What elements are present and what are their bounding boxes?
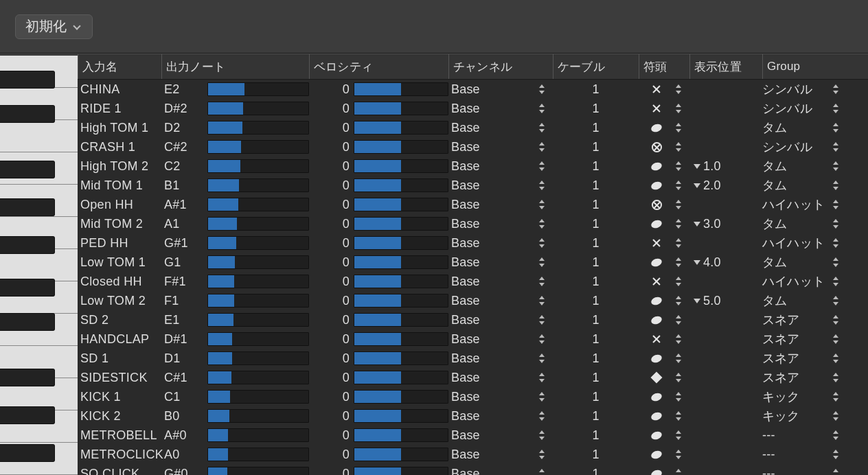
- group-stepper[interactable]: [832, 80, 847, 99]
- input-name-cell[interactable]: METROCLICK: [78, 445, 161, 464]
- velocity-slider[interactable]: [354, 140, 448, 154]
- header-notehead[interactable]: 符頭: [639, 54, 689, 79]
- output-note-cell[interactable]: F1: [161, 291, 206, 310]
- velocity-value-cell[interactable]: 0: [309, 118, 352, 137]
- velocity-slider[interactable]: [354, 217, 448, 231]
- velocity-bar-cell[interactable]: [352, 329, 448, 349]
- output-note-slider[interactable]: [207, 236, 309, 250]
- input-name-cell[interactable]: Mid TOM 1: [78, 176, 161, 195]
- output-note-bar-cell[interactable]: [206, 368, 309, 387]
- velocity-value-cell[interactable]: 0: [309, 426, 352, 445]
- velocity-bar-cell[interactable]: [352, 99, 448, 118]
- group-cell[interactable]: キック: [760, 406, 832, 426]
- group-stepper[interactable]: [832, 349, 847, 368]
- cable-cell[interactable]: 1: [553, 272, 639, 291]
- group-stepper[interactable]: [832, 291, 847, 310]
- velocity-slider[interactable]: [354, 428, 448, 442]
- velocity-slider[interactable]: [354, 275, 448, 288]
- output-note-bar-cell[interactable]: [206, 445, 309, 464]
- group-cell[interactable]: ハイハット: [760, 233, 832, 253]
- output-note-cell[interactable]: C#1: [161, 368, 206, 387]
- velocity-value-cell[interactable]: 0: [309, 464, 352, 475]
- input-name-cell[interactable]: Open HH: [78, 195, 161, 214]
- velocity-bar-cell[interactable]: [352, 80, 448, 99]
- velocity-bar-cell[interactable]: [352, 310, 448, 329]
- position-cell[interactable]: 5.0: [689, 291, 760, 310]
- output-note-cell[interactable]: E2: [161, 80, 206, 99]
- position-cell[interactable]: [689, 99, 760, 118]
- input-name-cell[interactable]: KICK 1: [78, 387, 161, 406]
- group-cell[interactable]: キック: [760, 387, 832, 406]
- velocity-slider[interactable]: [354, 390, 448, 404]
- output-note-bar-cell[interactable]: [206, 272, 309, 291]
- input-name-cell[interactable]: RIDE 1: [78, 99, 161, 118]
- header-channel[interactable]: チャンネル: [448, 54, 553, 79]
- notehead-cell[interactable]: [639, 99, 674, 118]
- notehead-cell[interactable]: [639, 464, 674, 475]
- channel-stepper[interactable]: [538, 387, 553, 406]
- notehead-cell[interactable]: [639, 195, 674, 214]
- preset-dropdown[interactable]: 初期化: [15, 14, 93, 39]
- cable-cell[interactable]: 1: [553, 214, 639, 233]
- velocity-value-cell[interactable]: 0: [309, 157, 352, 176]
- velocity-value-cell[interactable]: 0: [309, 329, 352, 349]
- position-cell[interactable]: [689, 310, 760, 329]
- output-note-bar-cell[interactable]: [206, 99, 309, 118]
- channel-stepper[interactable]: [538, 214, 553, 233]
- group-stepper[interactable]: [832, 406, 847, 426]
- velocity-bar-cell[interactable]: [352, 233, 448, 253]
- velocity-slider[interactable]: [354, 102, 448, 115]
- cable-cell[interactable]: 1: [553, 464, 639, 475]
- input-name-cell[interactable]: KICK 2: [78, 406, 161, 426]
- group-stepper[interactable]: [832, 445, 847, 464]
- cable-cell[interactable]: 1: [553, 426, 639, 445]
- input-name-cell[interactable]: PED HH: [78, 233, 161, 253]
- header-output-note[interactable]: 出力ノート: [161, 54, 309, 79]
- cable-cell[interactable]: 1: [553, 445, 639, 464]
- output-note-slider[interactable]: [207, 82, 309, 96]
- position-cell[interactable]: [689, 426, 760, 445]
- output-note-cell[interactable]: A#1: [161, 195, 206, 214]
- cable-cell[interactable]: 1: [553, 157, 639, 176]
- position-cell[interactable]: [689, 368, 760, 387]
- cable-cell[interactable]: 1: [553, 80, 639, 99]
- channel-stepper[interactable]: [538, 329, 553, 349]
- notehead-cell[interactable]: [639, 406, 674, 426]
- input-name-cell[interactable]: METROBELL: [78, 426, 161, 445]
- channel-cell[interactable]: Base: [448, 137, 538, 157]
- notehead-cell[interactable]: [639, 329, 674, 349]
- output-note-cell[interactable]: F#1: [161, 272, 206, 291]
- group-stepper[interactable]: [832, 368, 847, 387]
- output-note-cell[interactable]: G1: [161, 253, 206, 272]
- notehead-stepper[interactable]: [674, 464, 689, 475]
- notehead-cell[interactable]: [639, 291, 674, 310]
- notehead-stepper[interactable]: [674, 253, 689, 272]
- notehead-stepper[interactable]: [674, 387, 689, 406]
- position-cell[interactable]: [689, 118, 760, 137]
- group-cell[interactable]: シンバル: [760, 80, 832, 99]
- output-note-bar-cell[interactable]: [206, 233, 309, 253]
- output-note-cell[interactable]: C#2: [161, 137, 206, 157]
- output-note-slider[interactable]: [207, 332, 309, 346]
- velocity-slider[interactable]: [354, 332, 448, 346]
- channel-stepper[interactable]: [538, 368, 553, 387]
- output-note-cell[interactable]: A0: [161, 445, 206, 464]
- velocity-slider[interactable]: [354, 82, 448, 96]
- channel-cell[interactable]: Base: [448, 99, 538, 118]
- position-cell[interactable]: [689, 445, 760, 464]
- group-stepper[interactable]: [832, 329, 847, 349]
- group-stepper[interactable]: [832, 253, 847, 272]
- cable-cell[interactable]: 1: [553, 329, 639, 349]
- group-cell[interactable]: タム: [760, 253, 832, 272]
- output-note-cell[interactable]: E1: [161, 310, 206, 329]
- velocity-bar-cell[interactable]: [352, 272, 448, 291]
- output-note-bar-cell[interactable]: [206, 195, 309, 214]
- input-name-cell[interactable]: SIDESTICK: [78, 368, 161, 387]
- output-note-slider[interactable]: [207, 313, 309, 327]
- header-cable[interactable]: ケーブル: [553, 54, 639, 79]
- channel-cell[interactable]: Base: [448, 80, 538, 99]
- velocity-value-cell[interactable]: 0: [309, 291, 352, 310]
- channel-cell[interactable]: Base: [448, 329, 538, 349]
- velocity-bar-cell[interactable]: [352, 118, 448, 137]
- output-note-cell[interactable]: D#1: [161, 329, 206, 349]
